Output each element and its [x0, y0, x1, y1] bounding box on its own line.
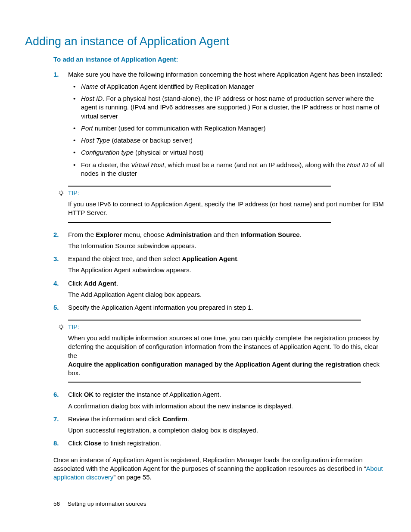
lightbulb-icon — [58, 190, 65, 197]
step-follow: A confirmation dialog box with informati… — [68, 402, 385, 411]
step-3: 3. Expand the object tree, and then sele… — [53, 255, 385, 275]
tip-label: TIP: — [68, 323, 79, 331]
svg-line-4 — [59, 191, 60, 192]
svg-line-12 — [59, 325, 60, 326]
step-7: 7. Review the information and click Conf… — [53, 415, 385, 435]
page-title: Adding an instance of Application Agent — [25, 34, 385, 49]
bullet-item: Host Type (database or backup server) — [68, 136, 385, 145]
step-6: 6. Click OK to register the instance of … — [53, 390, 385, 411]
footer-section: Setting up information sources — [68, 501, 146, 507]
bullet-item: Port number (used for communication with… — [68, 124, 385, 133]
step-text: Click OK to register the instance of App… — [68, 390, 385, 399]
tip-label: TIP: — [68, 189, 79, 197]
step-follow: The Information Source subwindow appears… — [68, 242, 385, 250]
tip-body: When you add multiple information source… — [68, 334, 385, 377]
step-follow: Upon successful registration, a completi… — [68, 426, 385, 435]
tip-block: TIP: If you use IPv6 to connect to Appli… — [68, 186, 385, 222]
bullet-item: Host ID. For a physical host (stand-alon… — [68, 94, 385, 121]
step-number: 2. — [53, 230, 59, 239]
step-text: Click Close to finish registration. — [68, 439, 385, 448]
bullet-item: Configuration type (physical or virtual … — [68, 148, 385, 157]
svg-point-8 — [60, 326, 63, 329]
svg-line-13 — [62, 325, 63, 326]
step-4: 4. Click Add Agent. The Add Application … — [53, 279, 385, 299]
step-8: 8. Click Close to finish registration. — [53, 439, 385, 448]
lightbulb-icon — [58, 324, 65, 331]
step-text: From the Explorer menu, choose Administr… — [68, 230, 385, 239]
step-2: 2. From the Explorer menu, choose Admini… — [53, 230, 385, 251]
tip-body: If you use IPv6 to connect to Applicatio… — [68, 200, 385, 218]
step-number: 6. — [53, 390, 59, 399]
step-text: Click Add Agent. — [68, 279, 385, 288]
bullet-item: Name of Application Agent identified by … — [68, 82, 385, 91]
page-number: 56 — [53, 501, 60, 507]
bullet-item: For a cluster, the Virtual Host, which m… — [68, 161, 385, 178]
step-number: 8. — [53, 439, 59, 448]
step-number: 1. — [53, 70, 59, 79]
step-5: 5. Specify the Application Agent informa… — [53, 303, 385, 312]
step-number: 3. — [53, 255, 59, 263]
step-text: Expand the object tree, and then select … — [68, 255, 385, 263]
page-footer: 56Setting up information sources — [53, 500, 146, 508]
step-text: Make sure you have the following informa… — [68, 70, 385, 79]
step-text: Specify the Application Agent informatio… — [68, 303, 385, 312]
step-1: 1. Make sure you have the following info… — [53, 70, 385, 178]
step-number: 7. — [53, 415, 59, 423]
step-follow: The Application Agent subwindow appears. — [68, 266, 385, 274]
step-follow: The Add Application Agent dialog box app… — [68, 290, 385, 299]
step-number: 5. — [53, 303, 59, 312]
step-number: 4. — [53, 279, 59, 288]
svg-line-5 — [62, 191, 63, 192]
svg-point-0 — [60, 192, 63, 195]
step-text: Review the information and click Confirm… — [68, 415, 385, 423]
tip-block: TIP: When you add multiple information s… — [68, 320, 385, 383]
closing-paragraph: Once an instance of Application Agent is… — [53, 456, 385, 482]
procedure-heading: To add an instance of Application Agent: — [53, 55, 385, 64]
